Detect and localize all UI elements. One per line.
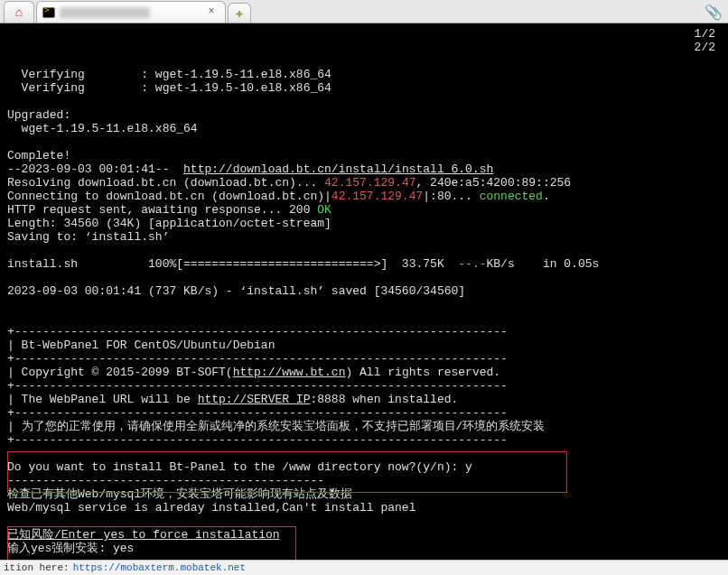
status-url[interactable]: https://mobaxterm.mobatek.net (73, 562, 246, 573)
box-border: +---------------------------------------… (7, 433, 508, 447)
box-border: +---------------------------------------… (7, 325, 508, 339)
status-bar: ition here: https://mobaxterm.mobatek.ne… (0, 560, 728, 575)
box-line: | The WebPanel URL will be http://SERVER… (7, 393, 458, 406)
line: Verifying : wget-1.19.5-11.el8.x86_64 (7, 68, 331, 81)
dash-line: ----------------------------------------… (7, 474, 324, 487)
box-border: +---------------------------------------… (7, 406, 508, 420)
warning-en: Web/mysql service is alreday installed,C… (7, 501, 415, 515)
tab-terminal-session[interactable]: × (36, 1, 226, 23)
line: HTTP request sent, awaiting response... … (7, 203, 331, 217)
terminal-icon (42, 7, 55, 18)
verify-count-2: 2/2 (695, 41, 715, 54)
paperclip-icon[interactable]: 📎 (705, 4, 723, 22)
box-line: | Bt-WebPanel FOR CentOS/Ubuntu/Debian (7, 339, 275, 352)
box-border: +---------------------------------------… (7, 379, 508, 393)
force-header: 已知风险/Enter yes to force installation (7, 528, 280, 542)
terminal-output[interactable]: 1/2 2/2 Verifying : wget-1.19.5-11.el8.x… (0, 23, 728, 560)
box-line: | Copyright © 2015-2099 BT-SOFT(http://w… (7, 366, 500, 379)
tab-strip: ⌂ × ✚ 📎 (0, 0, 728, 23)
download-url: http://download.bt.cn/install/install_6.… (183, 162, 493, 176)
line: Complete! (7, 149, 70, 162)
box-line: | 为了您的正常使用，请确保使用全新或纯净的系统安装宝塔面板，不支持已部署项目/… (7, 420, 545, 433)
tab-close-button[interactable]: × (205, 6, 218, 19)
line: --2023-09-03 00:01:41-- http://download.… (7, 162, 493, 176)
line: Length: 34560 (34K) [application/octet-s… (7, 217, 331, 230)
line: 2023-09-03 00:01:41 (737 KB/s) - ‘instal… (7, 284, 465, 298)
dash-line: ----------------------------------------… (7, 555, 324, 560)
tab-title-blurred (60, 7, 150, 18)
line: Saving to: ‘install.sh’ (7, 230, 169, 244)
box-border: +---------------------------------------… (7, 352, 508, 366)
new-tab-button[interactable]: ✚ (228, 3, 251, 23)
line: Upgraded: (7, 108, 70, 122)
line: wget-1.19.5-11.el8.x86_64 (7, 122, 198, 135)
install-prompt: Do you want to install Bt-Panel to the /… (7, 460, 472, 474)
line: install.sh 100%[========================… (7, 257, 599, 271)
warning-cn: 检查已有其他Web/mysql环境，安装宝塔可能影响现有站点及数据 (7, 487, 352, 501)
force-input: 输入yes强制安装: yes (7, 542, 134, 555)
panel-url: http://SERVER_IP (198, 393, 311, 406)
line: Resolving download.bt.cn (download.bt.cn… (7, 176, 571, 190)
line: Verifying : wget-1.19.5-10.el8.x86_64 (7, 81, 331, 95)
line: Connecting to download.bt.cn (download.b… (7, 190, 550, 203)
bt-url: http://www.bt.cn (233, 366, 346, 379)
verify-count-1: 1/2 (695, 27, 715, 41)
tab-home[interactable]: ⌂ (4, 1, 34, 23)
status-label: ition here: (4, 562, 70, 573)
home-icon: ⌂ (15, 5, 23, 20)
